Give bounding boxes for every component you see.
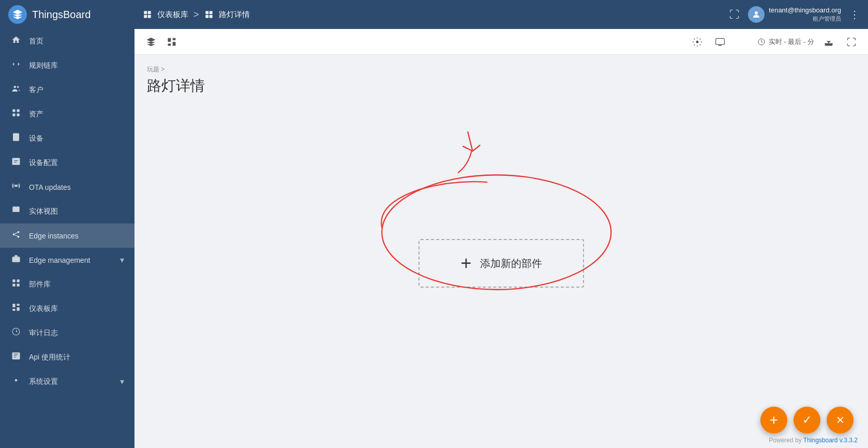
breadcrumb-part1[interactable]: 仪表板库 <box>157 10 188 20</box>
fab-cancel-button[interactable]: ✕ <box>827 407 854 434</box>
fab-add-button[interactable]: + <box>760 407 787 434</box>
filter-button[interactable] <box>735 34 751 50</box>
sidebar: 首页 规则链库 客户 资产 设备 设备配置 <box>0 29 134 448</box>
fullscreen-icon[interactable]: ⛶ <box>729 9 740 21</box>
rules-icon <box>10 59 22 71</box>
time-selector[interactable]: 实时 - 最后 - 分 <box>757 37 814 47</box>
svg-point-21 <box>18 231 20 233</box>
fullscreen-button[interactable] <box>843 34 860 50</box>
sidebar-item-home[interactable]: 首页 <box>0 29 134 53</box>
fab-confirm-button[interactable]: ✓ <box>794 407 820 434</box>
sidebar-item-rules[interactable]: 规则链库 <box>0 53 134 78</box>
svg-rect-17 <box>12 158 20 165</box>
svg-rect-12 <box>17 109 20 112</box>
time-label: 实时 - 最后 - 分 <box>769 37 814 47</box>
page-title: 路灯详情 <box>147 76 856 96</box>
sidebar-item-edge-management[interactable]: Edge management ▾ <box>0 248 134 272</box>
fab-confirm-icon: ✓ <box>802 413 812 427</box>
tv-mode-button[interactable] <box>712 34 728 50</box>
sidebar-label-edge-instances: Edge instances <box>29 232 124 240</box>
add-widget-button[interactable]: + 添加新的部件 <box>418 239 584 288</box>
settings-button[interactable] <box>689 34 706 50</box>
svg-rect-33 <box>12 309 15 311</box>
sidebar-label-customers: 客户 <box>29 85 124 95</box>
fab-add-icon: + <box>770 413 778 427</box>
dashboard-icon <box>143 10 152 19</box>
footer-link[interactable]: Thingsboard v.3.3.2 <box>803 437 858 444</box>
svg-point-22 <box>18 236 20 238</box>
svg-rect-2 <box>144 15 147 18</box>
svg-rect-30 <box>12 304 15 307</box>
sidebar-label-entity-views: 实体视图 <box>29 207 124 216</box>
sidebar-item-widgets[interactable]: 部件库 <box>0 272 134 296</box>
svg-rect-13 <box>12 114 15 116</box>
breadcrumb-part2[interactable]: 路灯详情 <box>219 10 250 20</box>
svg-rect-27 <box>17 279 20 282</box>
devices-icon <box>10 132 22 144</box>
sidebar-label-rules: 规则链库 <box>29 61 124 70</box>
svg-point-41 <box>696 40 698 43</box>
svg-rect-32 <box>17 307 20 311</box>
subbar: 实时 - 最后 - 分 <box>134 29 868 55</box>
subbar-right: 实时 - 最后 - 分 <box>689 34 860 50</box>
svg-rect-42 <box>716 38 725 44</box>
widgets-icon <box>10 278 22 290</box>
svg-point-18 <box>15 185 18 187</box>
ota-icon <box>10 181 22 193</box>
sidebar-item-dashboards[interactable]: 仪表板库 <box>0 296 134 321</box>
layers-icon[interactable] <box>143 34 159 50</box>
dashboard-area: + 添加新的部件 <box>147 108 856 419</box>
sidebar-label-widgets: 部件库 <box>29 280 124 289</box>
sidebar-item-api-stats[interactable]: Api 使用统计 <box>0 345 134 369</box>
svg-rect-6 <box>205 15 208 18</box>
download-button[interactable] <box>820 34 837 50</box>
svg-rect-26 <box>12 279 15 282</box>
user-text: tenant@thingsboard.org 租户管理员 <box>769 6 841 22</box>
svg-rect-38 <box>173 38 176 40</box>
assets-icon <box>10 108 22 120</box>
svg-point-8 <box>755 11 758 14</box>
svg-point-36 <box>15 379 18 382</box>
sidebar-item-audit[interactable]: 审计日志 <box>0 321 134 345</box>
sidebar-label-dashboards: 仪表板库 <box>29 304 124 313</box>
user-role: 租户管理员 <box>769 15 841 22</box>
user-avatar <box>748 6 765 23</box>
user-menu[interactable]: tenant@thingsboard.org 租户管理员 <box>748 6 841 23</box>
edge-instances-icon <box>10 230 22 242</box>
svg-point-20 <box>13 233 15 235</box>
logo[interactable]: ThingsBoard <box>8 5 143 24</box>
sidebar-item-entity-views[interactable]: 实体视图 <box>0 199 134 223</box>
svg-rect-39 <box>173 42 176 46</box>
fab-cancel-icon: ✕ <box>836 414 845 426</box>
breadcrumb-nav: 仪表板库 > 路灯详情 <box>143 9 729 20</box>
more-menu-icon[interactable]: ⋮ <box>849 8 860 21</box>
page-breadcrumb: 玩题 > <box>147 65 856 74</box>
svg-point-10 <box>17 86 19 88</box>
sidebar-label-audit: 审计日志 <box>29 328 124 338</box>
sidebar-label-system-settings: 系统设置 <box>29 377 113 386</box>
sidebar-item-devices[interactable]: 设备 <box>0 126 134 151</box>
svg-rect-3 <box>148 15 151 18</box>
api-stats-icon <box>10 351 22 363</box>
sidebar-item-assets[interactable]: 资产 <box>0 102 134 126</box>
svg-line-24 <box>14 235 18 236</box>
footer: Powered by Thingsboard v.3.3.2 <box>134 437 868 444</box>
sidebar-label-devices: 设备 <box>29 134 124 143</box>
sidebar-item-customers[interactable]: 客户 <box>0 78 134 102</box>
layout-icon[interactable] <box>163 34 180 50</box>
sidebar-label-assets: 资产 <box>29 110 124 119</box>
logo-icon <box>8 5 27 24</box>
logo-text: ThingsBoard <box>32 9 91 21</box>
svg-rect-25 <box>12 257 20 262</box>
topbar-right: ⛶ tenant@thingsboard.org 租户管理员 ⋮ <box>729 6 860 23</box>
sidebar-item-system-settings[interactable]: 系统设置 ▾ <box>0 369 134 394</box>
sidebar-item-device-profiles[interactable]: 设备配置 <box>0 151 134 175</box>
plus-icon: + <box>460 252 471 274</box>
sidebar-item-ota[interactable]: OTA updates <box>0 175 134 199</box>
svg-rect-4 <box>205 11 208 14</box>
edge-management-chevron: ▾ <box>120 255 124 265</box>
sidebar-label-edge-management: Edge management <box>29 256 113 264</box>
sidebar-label-device-profiles: 设备配置 <box>29 158 124 168</box>
sidebar-item-edge-instances[interactable]: Edge instances <box>0 223 134 248</box>
system-settings-chevron: ▾ <box>120 377 124 386</box>
